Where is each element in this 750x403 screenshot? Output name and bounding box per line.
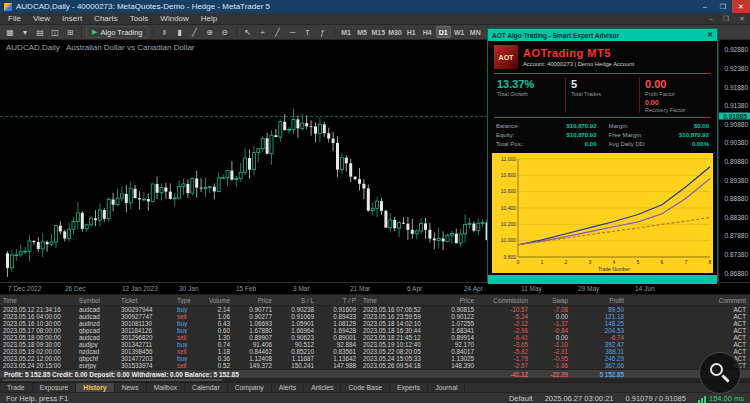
tab-calendar[interactable]: Calendar xyxy=(185,383,228,392)
cell-type: buy xyxy=(174,306,200,313)
history-table-header[interactable]: TimeSymbolTicketTypeVolumePriceS / LT / … xyxy=(0,295,750,306)
toolbox-toggle-icon[interactable]: ◫ xyxy=(48,26,62,38)
chart-minimize-button[interactable]: – xyxy=(704,15,718,23)
column-header-sl[interactable]: S / L xyxy=(276,297,318,304)
zoom-out-icon[interactable]: ⊖ xyxy=(218,26,232,38)
table-row[interactable]: 2023.05.16 04:00:00audcad300927747sell1.… xyxy=(0,313,750,320)
ea-stat-label: Profit Factor xyxy=(645,91,708,97)
menu-item-tools[interactable]: Tools xyxy=(124,13,155,24)
cell-commission: -1.78 xyxy=(478,355,532,362)
ea-close-icon[interactable]: ✕ xyxy=(707,31,713,39)
cell-time: 2023.05.24 20:15:00 xyxy=(0,362,76,369)
cell-type: buy xyxy=(174,355,200,362)
tab-alerts[interactable]: Alerts xyxy=(272,383,304,392)
menu-item-view[interactable]: View xyxy=(27,13,56,24)
timeframe-m15[interactable]: M15 xyxy=(371,26,387,38)
horizontal-line-icon[interactable]: ─ xyxy=(286,26,300,38)
column-header-tp[interactable]: T / P xyxy=(318,297,360,304)
crosshair-icon[interactable]: + xyxy=(256,26,270,38)
tab-exposure[interactable]: Exposure xyxy=(33,383,77,392)
table-row[interactable]: 2023.05.24 20:15:00eurjpy301533974sell0.… xyxy=(0,362,750,369)
cell-swap: -0.84 xyxy=(532,327,572,334)
menu-item-insert[interactable]: Insert xyxy=(56,13,88,24)
text-label-icon[interactable]: T xyxy=(301,26,315,38)
tab-code-base[interactable]: Code Base xyxy=(341,383,390,392)
timeframe-mn[interactable]: MN xyxy=(468,26,483,38)
timeframe-m30[interactable]: M30 xyxy=(387,26,403,38)
zoom-overlay-button[interactable] xyxy=(699,352,741,394)
menu-item-window[interactable]: Window xyxy=(154,13,194,24)
status-connection[interactable]: 154.00 ms xyxy=(698,394,744,403)
chart-close-button[interactable]: ✕ xyxy=(734,15,750,23)
column-header-ticket[interactable]: Ticket xyxy=(118,297,174,304)
timeframe-m1[interactable]: M1 xyxy=(339,26,354,38)
timeframe-h4[interactable]: H4 xyxy=(420,26,435,38)
svg-text:10,400: 10,400 xyxy=(501,205,517,211)
chart-maximize-button[interactable]: ❐ xyxy=(718,15,734,23)
column-header-time[interactable]: Time xyxy=(360,297,436,304)
ea-panel-header[interactable]: AOT Algo Trading - Smart Expert Advisor … xyxy=(488,29,717,41)
table-row[interactable]: 2023.05.12 21:34:16audcad300297944buy2.1… xyxy=(0,306,750,313)
bar-chart-icon[interactable]: ǁ xyxy=(158,26,172,38)
tab-articles[interactable]: Articles xyxy=(304,383,341,392)
timeframe-h1[interactable]: H1 xyxy=(404,26,419,38)
timeframe-w1[interactable]: W1 xyxy=(452,26,467,38)
tab-trade[interactable]: Trade xyxy=(0,383,33,392)
window-minimize-button[interactable]: – xyxy=(696,0,714,13)
tab-journal[interactable]: Journal xyxy=(428,383,465,392)
cell-price: 149.372 xyxy=(234,362,276,369)
column-header-symbol[interactable]: Symbol xyxy=(76,297,118,304)
zoom-in-icon[interactable]: ⊕ xyxy=(203,26,217,38)
cell-swap: -1.37 xyxy=(532,320,572,327)
scrollbar-thumb[interactable] xyxy=(2,379,222,381)
tab-mailbox[interactable]: Mailbox xyxy=(147,383,185,392)
cell-comment: ACT xyxy=(628,341,750,348)
table-row[interactable]: 2023.05.22 12:00:00gbpchf301477203buy0.3… xyxy=(0,355,750,362)
price-scale[interactable]: 0.928800.923800.918800.913800.908800.903… xyxy=(718,40,750,282)
trendline-icon[interactable]: ╱ xyxy=(271,26,285,38)
window-close-button[interactable]: ✕ xyxy=(732,0,750,13)
menu-item-help[interactable]: Help xyxy=(195,13,223,24)
table-row[interactable]: 2023.05.16 10:30:00audnzd301081130buy0.4… xyxy=(0,320,750,327)
timeframe-m5[interactable]: M5 xyxy=(355,26,370,38)
ea-stat-total-trades: 5Total Trades xyxy=(566,78,640,113)
profiles-icon[interactable]: ▤ xyxy=(33,26,47,38)
window-maximize-button[interactable]: ❐ xyxy=(714,0,732,13)
menu-item-charts[interactable]: Charts xyxy=(88,13,124,24)
tab-experts[interactable]: Experts xyxy=(390,383,428,392)
table-row[interactable]: 2023.05.19 02:00:00nzdcad301398456sell1.… xyxy=(0,348,750,355)
time-axis-label: 11 May xyxy=(521,285,542,292)
table-row[interactable]: 2023.05.18 09:30:00audjpy301342711buy0.7… xyxy=(0,341,750,348)
chart-dropdown-icon[interactable]: ▾ xyxy=(18,26,32,38)
table-row[interactable]: 2023.05.17 08:00:00gbpcad301184126buy0.6… xyxy=(0,327,750,334)
menu-item-file[interactable]: File xyxy=(2,13,27,24)
new-chart-icon[interactable]: ▦ xyxy=(3,26,17,38)
cell-comment: ACT xyxy=(628,334,750,341)
column-header-price[interactable]: Price xyxy=(436,297,478,304)
timeframe-d1[interactable]: D1 xyxy=(436,26,451,38)
fibonacci-icon[interactable]: ƒ xyxy=(316,26,330,38)
column-header-price[interactable]: Price xyxy=(234,297,276,304)
column-header-time[interactable]: Time xyxy=(0,297,76,304)
tab-company[interactable]: Company xyxy=(228,383,272,392)
column-header-type[interactable]: Type xyxy=(174,297,200,304)
tab-news[interactable]: News xyxy=(115,383,147,392)
status-profile[interactable]: Default xyxy=(509,394,533,403)
line-chart-icon[interactable]: ╱ xyxy=(188,26,202,38)
cell-volume: 0.43 xyxy=(200,320,234,327)
column-header-commission[interactable]: Commission xyxy=(478,297,532,304)
navigator-toggle-icon[interactable]: ⊞ xyxy=(63,26,77,38)
candle-chart-icon[interactable]: ▮ xyxy=(173,26,187,38)
column-header-profit[interactable]: Profit xyxy=(572,297,628,304)
column-header-comment[interactable]: Comment xyxy=(628,297,750,304)
cursor-icon[interactable]: ↖ xyxy=(241,26,255,38)
column-header-swap[interactable]: Swap xyxy=(532,297,572,304)
cell-time: 2023.05.16 07:06:52 xyxy=(360,306,436,313)
column-header-volume[interactable]: Volume xyxy=(200,297,234,304)
algo-trading-button[interactable]: ▶Algo Trading xyxy=(86,26,149,38)
ea-stat-total-growth: 13.37%Total Growth xyxy=(492,78,566,113)
time-axis-label: 7 Dec 2022 xyxy=(8,285,41,292)
table-row[interactable]: 2023.05.18 00:00:00audcad301296820sell1.… xyxy=(0,334,750,341)
tab-history[interactable]: History xyxy=(76,383,114,392)
cell-symbol: gbpcad xyxy=(76,327,118,334)
